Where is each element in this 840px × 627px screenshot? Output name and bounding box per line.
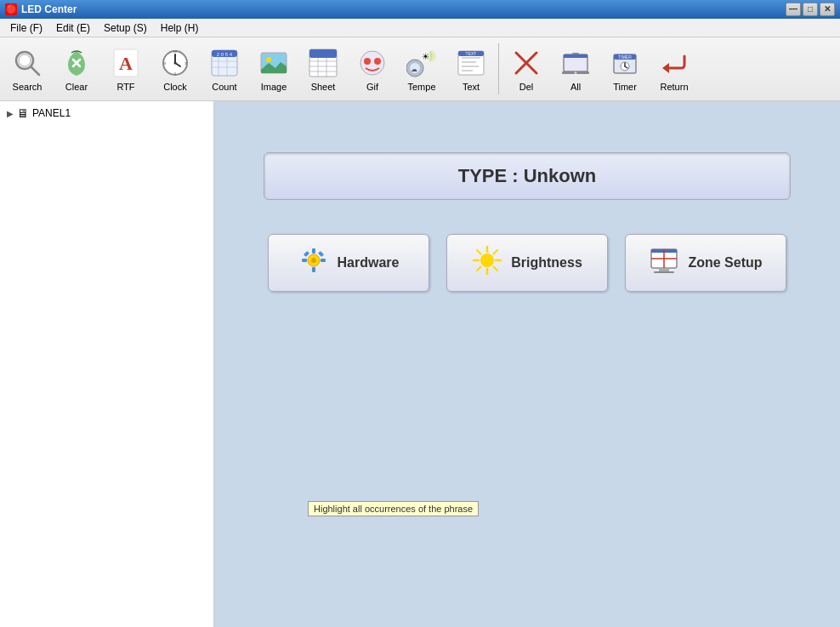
svg-text:☁: ☁: [411, 66, 417, 73]
image-icon: [257, 46, 291, 80]
svg-rect-62: [321, 259, 326, 262]
rtf-button[interactable]: A RTF: [102, 40, 150, 98]
text-icon: TEXT: [454, 46, 488, 80]
content-area: TYPE : Unkown: [214, 101, 840, 627]
return-button[interactable]: Return: [650, 40, 698, 98]
svg-point-65: [480, 254, 494, 267]
all-button[interactable]: All: [552, 40, 599, 98]
hardware-button[interactable]: Hardware: [268, 234, 429, 292]
tree-expand-icon: ▶: [7, 109, 14, 118]
svg-point-48: [575, 71, 577, 74]
svg-text:A: A: [119, 53, 133, 74]
zone-setup-label: Zone Setup: [688, 255, 762, 271]
clear-label: Clear: [65, 82, 88, 92]
del-icon: [509, 46, 543, 80]
hardware-label: Hardware: [338, 255, 400, 271]
timer-label: Timer: [613, 82, 637, 92]
svg-rect-64: [317, 250, 323, 256]
svg-rect-49: [572, 53, 579, 54]
search-label: Search: [13, 82, 43, 92]
svg-text:TEXT: TEXT: [466, 51, 477, 56]
maximize-button[interactable]: □: [803, 3, 818, 16]
svg-point-58: [311, 258, 316, 263]
return-label: Return: [660, 82, 688, 92]
svg-text:12: 12: [173, 49, 178, 54]
search-button[interactable]: Search: [3, 40, 51, 98]
clock-icon: 12 3 6 9: [158, 46, 192, 80]
count-icon: 2 0 5 4: [207, 46, 241, 80]
menu-setup[interactable]: Setup (S): [97, 20, 154, 36]
del-button[interactable]: Del: [502, 40, 550, 98]
panel1-tree-item[interactable]: ▶ 🖥 PANEL1: [3, 105, 210, 122]
panel1-label: PANEL1: [32, 107, 71, 119]
rtf-label: RTF: [116, 82, 134, 92]
menu-edit[interactable]: Edit (E): [49, 20, 97, 36]
image-button[interactable]: Image: [250, 40, 298, 98]
clock-button[interactable]: 12 3 6 9 Clock: [151, 40, 199, 98]
tooltip-text: Highlight all occurrences of the phrase: [314, 504, 473, 514]
toolbar-separator: [498, 43, 499, 94]
svg-line-1: [31, 67, 39, 75]
sheet-icon: [306, 46, 340, 80]
svg-marker-56: [662, 63, 669, 73]
hardware-icon: [298, 245, 329, 282]
tempe-label: Tempe: [407, 82, 435, 92]
count-label: Count: [212, 82, 236, 92]
rtf-icon: A: [109, 46, 143, 80]
brightness-icon: [472, 245, 502, 282]
svg-rect-23: [309, 49, 337, 58]
all-label: All: [570, 82, 581, 92]
clock-label: Clock: [163, 82, 187, 92]
gif-icon: [355, 46, 389, 80]
tempe-button[interactable]: ☁ ☀ Tempe: [398, 40, 446, 98]
app-title: LED Center: [21, 3, 77, 15]
svg-point-31: [374, 58, 381, 65]
search-icon: [10, 46, 44, 80]
zone-setup-icon: [649, 245, 679, 282]
svg-point-30: [364, 58, 371, 65]
window-controls: — □ ✕: [786, 3, 835, 16]
panel-icon: 🖥: [17, 106, 29, 120]
brightness-button[interactable]: Brightness: [446, 234, 608, 292]
menu-bar: File (F) Edit (E) Setup (S) Help (H): [0, 19, 840, 37]
svg-line-70: [477, 250, 481, 254]
timer-icon: TIMER: [608, 46, 642, 80]
timer-button[interactable]: TIMER Timer: [601, 40, 649, 98]
menu-file[interactable]: File (F): [3, 20, 49, 36]
svg-rect-79: [654, 271, 674, 273]
action-buttons: Hardware Brightness: [268, 234, 786, 292]
menu-help[interactable]: Help (H): [154, 20, 206, 36]
sheet-button[interactable]: Sheet: [299, 40, 347, 98]
type-display: TYPE : Unkown: [264, 152, 791, 200]
title-bar: 🔴 LED Center — □ ✕: [0, 0, 840, 19]
svg-line-72: [494, 250, 498, 254]
minimize-button[interactable]: —: [786, 3, 801, 16]
svg-line-71: [494, 266, 498, 271]
svg-point-21: [266, 57, 271, 62]
clear-button[interactable]: Clear: [53, 40, 100, 98]
svg-point-2: [19, 54, 31, 66]
all-icon: [559, 46, 593, 80]
count-button[interactable]: 2 0 5 4 Count: [201, 40, 248, 98]
svg-rect-61: [302, 259, 307, 262]
svg-text:2 0 5 4: 2 0 5 4: [217, 52, 233, 57]
svg-line-73: [477, 266, 481, 271]
text-button[interactable]: TEXT Text: [447, 40, 495, 98]
highlight-tooltip: Highlight all occurrences of the phrase: [308, 501, 479, 516]
clear-icon: [60, 46, 94, 80]
app-icon: 🔴: [5, 3, 17, 15]
close-button[interactable]: ✕: [820, 3, 835, 16]
gif-button[interactable]: Gif: [349, 40, 396, 98]
tempe-icon: ☁ ☀: [405, 46, 439, 80]
del-label: Del: [519, 82, 534, 92]
sidebar: ▶ 🖥 PANEL1: [0, 101, 214, 627]
svg-text:☀: ☀: [422, 52, 429, 61]
toolbar: Search Clear A RTF: [0, 37, 840, 101]
svg-rect-63: [303, 250, 309, 256]
gif-label: Gif: [366, 82, 378, 92]
svg-rect-78: [659, 268, 669, 271]
text-label: Text: [463, 82, 480, 92]
return-icon: [657, 46, 691, 80]
svg-text:TIMER: TIMER: [618, 54, 632, 60]
zone-setup-button[interactable]: Zone Setup: [625, 234, 786, 292]
